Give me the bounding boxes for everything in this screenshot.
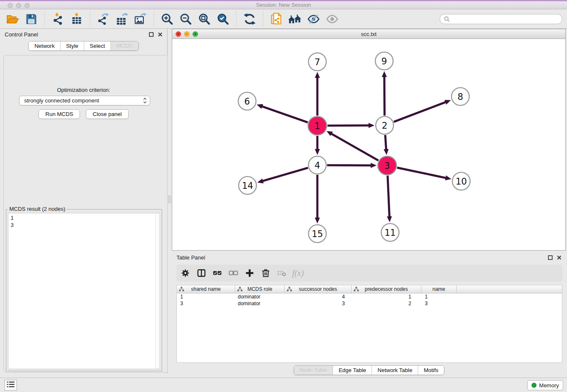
close-panel-button[interactable]: Close panel	[86, 109, 129, 119]
export-image-icon[interactable]	[133, 11, 148, 27]
result-scrollbar[interactable]	[155, 213, 160, 369]
search-icon	[444, 16, 450, 22]
tab-motifs[interactable]: Motifs	[418, 366, 444, 375]
graph-node-11[interactable]: 11	[381, 224, 399, 241]
edge-1-6[interactable]	[262, 106, 308, 122]
show-panels-list-button[interactable]	[4, 380, 17, 391]
column-header-name[interactable]: name	[421, 285, 457, 293]
table-cell[interactable]: 4	[285, 294, 352, 300]
tab-network[interactable]: Network	[29, 41, 60, 50]
graph-node-1[interactable]: 1	[308, 116, 327, 135]
graph-node-14[interactable]: 14	[239, 177, 256, 194]
table-panel-title: Table Panel	[176, 254, 205, 261]
edge-4-14[interactable]	[263, 168, 308, 181]
save-icon[interactable]	[24, 11, 39, 27]
table-cell[interactable]: dominator	[235, 294, 285, 300]
column-header-shared-name[interactable]: shared name	[177, 285, 235, 293]
column-header-successor-nodes[interactable]: successor nodes	[285, 285, 352, 293]
criterion-dropdown-value: strongly connected component	[24, 97, 99, 104]
edge-3-10[interactable]	[397, 168, 446, 178]
refresh-icon[interactable]	[242, 11, 257, 27]
select-all-checkboxes-icon[interactable]	[213, 268, 222, 278]
export-network-icon[interactable]	[96, 11, 111, 27]
table-cell[interactable]: 3	[421, 301, 457, 306]
memory-status-icon	[531, 383, 537, 388]
edge-2-3[interactable]	[385, 135, 386, 149]
maximize-network-icon[interactable]: +	[193, 31, 198, 37]
tab-network-table[interactable]: Network Table	[372, 366, 418, 375]
close-table-panel-icon[interactable]	[557, 255, 561, 260]
edge-2-8[interactable]	[394, 102, 446, 122]
mcds-result-text[interactable]: 13	[8, 213, 155, 369]
graph-node-15[interactable]: 15	[308, 225, 326, 243]
column-header-predecessor-nodes[interactable]: predecessor nodes	[352, 285, 421, 293]
table-row[interactable]: 1dominator411	[177, 293, 562, 300]
graph-node-8[interactable]: 8	[451, 88, 469, 105]
run-mcds-button[interactable]: Run MCDS	[39, 109, 80, 119]
add-column-icon[interactable]	[245, 268, 254, 278]
open-file-icon[interactable]	[5, 11, 20, 27]
graph-node-3[interactable]: 3	[378, 156, 396, 175]
network-canvas[interactable]: 7968124314101511	[172, 39, 565, 250]
export-table-icon[interactable]	[114, 11, 129, 27]
titlebar: Session: New Session	[0, 0, 567, 9]
delete-column-icon[interactable]	[261, 268, 270, 278]
tab-edge-table[interactable]: Edge Table	[333, 366, 372, 375]
edge-4-3[interactable]	[327, 165, 371, 166]
toolbar-separator	[154, 11, 154, 27]
svg-text:2: 2	[382, 121, 387, 131]
tab-node-table[interactable]: Node Table	[294, 366, 333, 375]
delete-table-icon	[277, 268, 286, 278]
table-cell[interactable]: 1	[177, 294, 235, 300]
graph-node-6[interactable]: 6	[238, 92, 256, 110]
hide-panels-icon[interactable]	[306, 11, 321, 27]
zoom-selected-icon[interactable]	[215, 11, 231, 27]
column-header-MCDS-role[interactable]: MCDS role	[235, 285, 285, 293]
table-cell[interactable]: dominator	[235, 301, 285, 306]
splitter-handle[interactable]	[168, 196, 171, 203]
list-icon	[6, 381, 15, 390]
new-network-from-selection-icon[interactable]	[269, 11, 284, 27]
graph-node-10[interactable]: 10	[452, 172, 470, 190]
columns-icon[interactable]	[197, 268, 206, 278]
graph-node-2[interactable]: 2	[376, 116, 394, 134]
network-graph[interactable]: 7968124314101511	[172, 39, 565, 250]
tab-mcds[interactable]: MCDS	[110, 41, 138, 50]
close-panel-icon[interactable]	[158, 32, 162, 37]
table-cell[interactable]: 3	[285, 301, 352, 306]
zoom-fit-icon[interactable]	[197, 11, 212, 27]
zoom-in-icon[interactable]	[160, 11, 175, 27]
float-panel-icon[interactable]	[149, 32, 154, 37]
search-box[interactable]	[440, 14, 562, 24]
close-network-icon[interactable]: ×	[176, 31, 181, 37]
edge-1-2[interactable]	[328, 125, 369, 126]
table-cell[interactable]: 1	[421, 294, 457, 300]
memory-button[interactable]: Memory	[527, 380, 563, 390]
import-table-icon[interactable]	[69, 11, 84, 27]
zoom-out-icon[interactable]	[178, 11, 193, 27]
edge-3-11[interactable]	[388, 176, 389, 217]
table-cell[interactable]: 1	[352, 294, 421, 300]
import-network-icon[interactable]	[50, 11, 66, 27]
table-cell[interactable]: 2	[352, 301, 421, 306]
graph-node-4[interactable]: 4	[308, 156, 326, 174]
tab-select[interactable]: Select	[84, 41, 110, 50]
home-icon[interactable]	[287, 11, 303, 27]
graph-node-7[interactable]: 7	[308, 53, 326, 71]
edge-2-9[interactable]	[384, 77, 385, 116]
tab-style[interactable]: Style	[60, 41, 84, 50]
search-input[interactable]	[452, 16, 558, 22]
vertical-splitter[interactable]	[168, 29, 172, 378]
edge-3-1[interactable]	[331, 134, 378, 160]
settings-gear-icon[interactable]	[181, 268, 190, 278]
deselect-all-checkboxes-icon[interactable]	[229, 268, 238, 278]
table-row[interactable]: 3dominator323	[177, 300, 562, 307]
graph-node-9[interactable]: 9	[375, 52, 393, 70]
main-toolbar	[0, 10, 567, 29]
float-table-panel-icon[interactable]	[548, 255, 553, 260]
toolbar-separator	[263, 11, 263, 27]
minimize-network-icon[interactable]: −	[184, 31, 190, 37]
table-cell[interactable]: 3	[177, 301, 235, 306]
criterion-dropdown[interactable]: strongly connected component	[19, 96, 150, 105]
window-title: Session: New Session	[0, 1, 567, 9]
